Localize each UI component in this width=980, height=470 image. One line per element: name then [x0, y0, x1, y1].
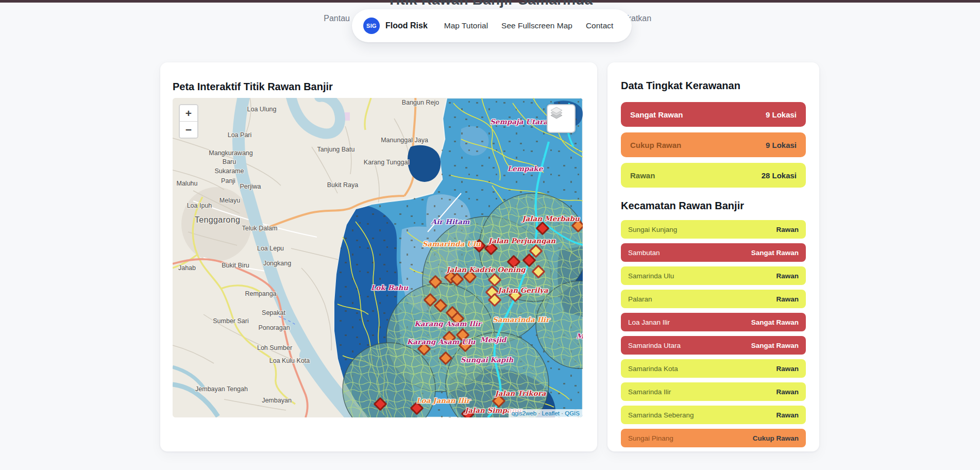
attribution-link-leaflet[interactable]: Leaflet: [542, 410, 560, 416]
data-panel-card: Data Tingkat Kerawanan Sangat Rawan9 Lok…: [607, 62, 819, 451]
map-label-orange: Loa Janan Ilir: [416, 396, 470, 405]
stat-label: Sangat Rawan: [630, 110, 683, 119]
stat-row: Rawan28 Lokasi: [621, 163, 806, 188]
map-label-zone: Lempake: [508, 164, 543, 173]
map-label-place: Loa Pari: [228, 131, 252, 139]
district-row: Samarinda UluRawan: [621, 266, 806, 285]
district-label: Samarinda Ilir: [628, 388, 671, 396]
district-row: SambutanSangat Rawan: [621, 243, 806, 262]
map-label-place: Loh Sumber: [257, 344, 292, 351]
district-label: Loa Janan Ilir: [628, 318, 670, 326]
layers-icon: [548, 105, 565, 123]
nav-item-map-tutorial[interactable]: Map Tutorial: [444, 21, 488, 30]
district-label: Sambutan: [628, 249, 660, 257]
layers-control-button[interactable]: [547, 104, 576, 133]
map-label-zone: Karang Asam Ilir: [414, 320, 481, 328]
zoom-in-button[interactable]: +: [180, 105, 197, 122]
district-row: Samarinda KotaRawan: [621, 359, 806, 378]
map-label-place: Jongkang: [263, 260, 291, 267]
map-label-place: Jembayan: [262, 397, 292, 404]
brand-name: Flood Risk: [385, 21, 428, 30]
map-label-zone: Karang Asam Ulu: [407, 338, 476, 346]
district-row: Samarinda IlirRawan: [621, 382, 806, 401]
map-label-place: Sepakat: [262, 309, 285, 316]
districts-list: Sungai KunjangRawanSambutanSangat RawanS…: [621, 220, 806, 447]
map-label-place: Bukit Raya: [327, 181, 358, 189]
stat-row: Sangat Rawan9 Lokasi: [621, 102, 806, 127]
district-value: Sangat Rawan: [751, 249, 799, 257]
map-label-place: Perjiwa: [240, 183, 261, 190]
zoom-out-button[interactable]: −: [180, 122, 197, 138]
map-card-title: Peta Interaktif Titik Rawan Banjir: [173, 81, 333, 93]
map-label-place: Loa Ulung: [247, 106, 277, 113]
stat-value: 28 Lokasi: [762, 171, 797, 180]
district-value: Cukup Rawan: [753, 434, 799, 442]
map-label-street: Jalan Trikora: [495, 389, 546, 397]
map-label-place: Sukarame: [215, 167, 244, 175]
map-label-street: Jalan Merbabu: [522, 214, 580, 223]
map-label-place: Jembayan Tengah: [195, 385, 248, 393]
district-row: Sungai KunjangRawan: [621, 220, 806, 239]
brand[interactable]: SIG Flood Risk: [363, 18, 428, 34]
district-value: Sangat Rawan: [751, 342, 799, 349]
map-label-zone: Mesjid: [480, 335, 506, 344]
district-label: Samarinda Kota: [628, 365, 678, 373]
map-label-street: Jalan Kadrie Oening: [446, 265, 526, 274]
stat-label: Rawan: [630, 171, 655, 180]
attribution-link-qgis[interactable]: QGIS: [565, 410, 580, 416]
district-label: Sungai Kunjang: [628, 226, 677, 233]
attribution-link-qgis2web[interactable]: qgis2web: [512, 410, 537, 416]
district-value: Rawan: [776, 411, 799, 419]
district-row: PalaranRawan: [621, 290, 806, 308]
district-label: Sungai Pinang: [628, 434, 673, 442]
map-label-place: Melayu: [219, 197, 240, 204]
map-label-place: Teluk Dalam: [242, 225, 278, 232]
map-label-place: Sumber Sari: [213, 317, 248, 325]
district-label: Samarinda Ulu: [628, 272, 674, 280]
district-label: Samarinda Seberang: [628, 411, 694, 419]
map-label-place: Manunggal Jaya: [381, 137, 428, 144]
stat-value: 9 Lokasi: [766, 141, 797, 149]
stat-row: Cukup Rawan9 Lokasi: [621, 132, 806, 157]
district-label: Palaran: [628, 295, 652, 303]
map-label-place: Maluhu: [177, 180, 198, 187]
district-value: Rawan: [776, 272, 799, 280]
map-label-zone: Lok Bahu: [371, 283, 408, 292]
map-attribution: qgis2web · Leaflet · QGIS: [509, 409, 583, 417]
map-label-zone: M: [577, 332, 583, 340]
district-label: Samarinda Utara: [628, 342, 681, 349]
map-label-zone: Sempaja Utara: [490, 118, 548, 126]
district-value: Rawan: [776, 365, 799, 373]
district-row: Samarinda SeberangRawan: [621, 406, 806, 424]
district-row: Samarinda UtaraSangat Rawan: [621, 336, 806, 355]
floating-navbar: SIG Flood Risk Map TutorialSee Fullscree…: [352, 9, 632, 42]
map-zoom-control: + −: [179, 104, 198, 139]
map-label-place: Baru: [223, 158, 236, 165]
district-row: Loa Janan IlirSangat Rawan: [621, 313, 806, 331]
sig-logo-icon: SIG: [363, 18, 380, 34]
map-label-place: Panji: [221, 177, 235, 184]
map-label-place: Bangun Rejo: [402, 99, 439, 106]
districts-title: Kecamatan Rawan Banjir: [621, 200, 806, 212]
map-label-place: Loa Lepu: [257, 245, 284, 252]
map-label-street: Jalan Gerilya: [498, 286, 548, 294]
stat-value: 9 Lokasi: [766, 110, 797, 119]
map-card: Peta Interaktif Titik Rawan Banjir: [160, 62, 597, 451]
district-value: Sangat Rawan: [751, 318, 799, 326]
stat-label: Cukup Rawan: [630, 141, 681, 149]
map-label-street: Jalan Perjuangan: [488, 237, 555, 245]
map-label-place: Tanjung Batu: [317, 146, 355, 153]
map-label-place: Bukit Biru: [222, 262, 249, 269]
leaflet-map[interactable]: Bangun RejoLoa UlungLoa PariManunggal Ja…: [173, 98, 583, 417]
map-label-place: Karang Tunggal: [364, 159, 409, 166]
nav-item-see-fullscreen-map[interactable]: See Fullscreen Map: [501, 21, 572, 30]
map-label-place: Loa Ipuh: [187, 202, 212, 209]
map-label-orange: Samarinda Ilir: [493, 315, 549, 324]
page-subtitle-fragment-left: Pantau: [309, 14, 350, 23]
nav-item-contact[interactable]: Contact: [586, 21, 613, 30]
map-label-zone: Sungai Kapih: [461, 356, 513, 364]
map-label-place: Jahab: [178, 264, 196, 272]
map-label-place: Tenggarong: [195, 215, 241, 225]
district-value: Rawan: [776, 226, 799, 233]
stats-list: Sangat Rawan9 LokasiCukup Rawan9 LokasiR…: [621, 102, 806, 188]
